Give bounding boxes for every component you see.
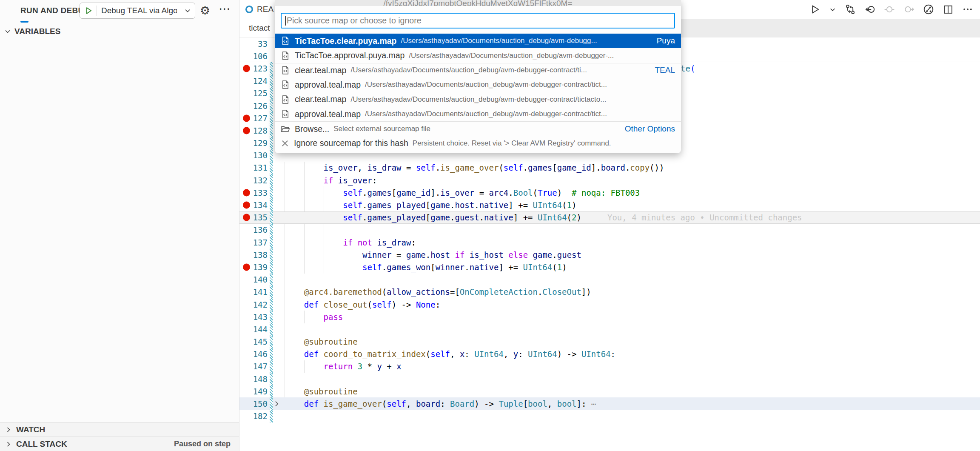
- code-line-139[interactable]: 139 self.games_won[winner.native] += UIn…: [239, 261, 980, 273]
- chevron-down-icon[interactable]: [829, 6, 836, 13]
- run-icon[interactable]: [809, 4, 820, 15]
- line-number[interactable]: 146: [239, 349, 268, 359]
- code-line-136[interactable]: 136: [239, 224, 980, 236]
- quick-pick-item[interactable]: approval.teal.map/Users/asthayadav/Docum…: [275, 107, 681, 121]
- code-text[interactable]: if is_over:: [273, 176, 377, 185]
- breakpoint-icon[interactable]: [243, 263, 250, 271]
- program-hash: /fvI5zgXjJdxI7pmobtOepkHduMyetXqW15FlFtk…: [383, 0, 572, 6]
- breakpoint-icon[interactable]: [243, 114, 250, 122]
- code-line-143[interactable]: 143 pass: [239, 311, 980, 323]
- code-text[interactable]: @subroutine: [273, 337, 358, 346]
- line-number[interactable]: 137: [239, 238, 268, 247]
- code-text[interactable]: winner = game.host if is_host else game.…: [273, 250, 581, 260]
- quick-pick-item[interactable]: approval.teal.map/Users/asthayadav/Docum…: [275, 77, 681, 92]
- gear-icon[interactable]: ⚙: [200, 3, 210, 19]
- line-number[interactable]: 131: [239, 163, 268, 172]
- code-line-145[interactable]: 145 @subroutine: [239, 336, 980, 348]
- code-line-137[interactable]: 137 if not is_draw:: [239, 236, 980, 248]
- switch-icon[interactable]: [845, 4, 856, 15]
- other-options-link[interactable]: Other Options: [625, 124, 675, 134]
- code-line-135[interactable]: 135 self.games_played[game.guest.native]…: [239, 211, 980, 224]
- quick-pick-item[interactable]: Ignore sourcemap for this hashPersistent…: [275, 136, 681, 151]
- code-text[interactable]: is_over, is_draw = self.is_game_over(sel…: [273, 163, 664, 172]
- code-line-147[interactable]: 147 return 3 * y + x: [239, 360, 980, 373]
- code-text[interactable]: self.games[game_id].is_over = arc4.Bool(…: [273, 188, 640, 197]
- code-line-138[interactable]: 138 winner = game.host if is_host else g…: [239, 248, 980, 261]
- line-number[interactable]: 145: [239, 337, 268, 346]
- more-actions-icon[interactable]: ⋯: [219, 1, 231, 17]
- code-text[interactable]: self.games_played[game.host.native] += U…: [273, 200, 577, 210]
- code-line-144[interactable]: 144: [239, 323, 980, 335]
- line-number[interactable]: 140: [239, 275, 268, 284]
- quick-pick-item[interactable]: clear.teal.map/Users/asthayadav/Document…: [275, 92, 681, 107]
- more-icon[interactable]: [962, 4, 973, 15]
- code-line-142[interactable]: 142 def close_out(self) -> None:: [239, 298, 980, 311]
- line-number[interactable]: 141: [239, 287, 268, 297]
- code-line-148[interactable]: 148: [239, 373, 980, 385]
- circle-forward-icon[interactable]: [903, 4, 914, 15]
- line-number[interactable]: 148: [239, 374, 268, 384]
- code-line-140[interactable]: 140: [239, 274, 980, 286]
- line-number[interactable]: 126: [239, 101, 268, 111]
- breakpoint-icon[interactable]: [243, 127, 250, 134]
- watch-section-header[interactable]: WATCH: [0, 422, 239, 437]
- code-line-182[interactable]: 182: [239, 410, 980, 422]
- code-text[interactable]: def coord_to_matrix_index(self, x: UInt6…: [273, 349, 615, 359]
- code-text[interactable]: def is_game_over(self, board: Board) -> …: [273, 399, 596, 408]
- breakpoint-icon[interactable]: [243, 65, 250, 72]
- line-number[interactable]: 106: [239, 51, 268, 61]
- breakpoint-icon[interactable]: [243, 202, 250, 209]
- quick-pick-item[interactable]: TicTacToe.clear.puya.map/Users/asthayada…: [275, 34, 681, 48]
- text-caret: [285, 16, 286, 26]
- graph-icon[interactable]: [923, 4, 934, 15]
- fold-chevron-icon[interactable]: [273, 400, 280, 408]
- line-number[interactable]: 149: [239, 387, 268, 396]
- code-text[interactable]: def close_out(self) -> None:: [273, 300, 440, 309]
- code-text[interactable]: return 3 * y + x: [273, 362, 402, 371]
- start-debugging-button[interactable]: [84, 6, 93, 15]
- code-line-132[interactable]: 132 if is_over:: [239, 174, 980, 186]
- step-back-icon[interactable]: [864, 4, 875, 15]
- split-editor-icon[interactable]: [943, 4, 954, 15]
- code-text[interactable]: if not is_draw:: [273, 238, 416, 247]
- quick-pick-input[interactable]: [281, 13, 675, 29]
- line-number[interactable]: 182: [239, 411, 268, 421]
- item-badge: TEAL: [655, 66, 675, 75]
- code-text[interactable]: self.games_played[game.guest.native] += …: [273, 213, 802, 222]
- breakpoint-icon[interactable]: [243, 189, 250, 196]
- line-number[interactable]: 125: [239, 88, 268, 98]
- line-number[interactable]: 150: [239, 399, 268, 408]
- line-number[interactable]: 124: [239, 76, 268, 86]
- debug-config-picker[interactable]: Debug TEAL via AlgoKi: [80, 3, 195, 19]
- quick-pick-item[interactable]: Browse...Select external sourcemap fileO…: [275, 121, 681, 136]
- chevron-down-icon[interactable]: [184, 7, 191, 14]
- code-line-149[interactable]: 149 @subroutine: [239, 385, 980, 397]
- quick-pick-item[interactable]: clear.teal.map/Users/asthayadav/Document…: [275, 63, 681, 77]
- circle-icon[interactable]: [884, 4, 895, 15]
- line-number[interactable]: 136: [239, 225, 268, 234]
- code-line-131[interactable]: 131 is_over, is_draw = self.is_game_over…: [239, 162, 980, 174]
- line-number[interactable]: 138: [239, 250, 268, 260]
- line-number[interactable]: 142: [239, 300, 268, 309]
- code-text[interactable]: @subroutine: [273, 387, 358, 396]
- code-line-134[interactable]: 134 self.games_played[game.host.native] …: [239, 199, 980, 211]
- line-number[interactable]: 129: [239, 138, 268, 148]
- code-line-133[interactable]: 133 self.games[game_id].is_over = arc4.B…: [239, 186, 980, 199]
- line-number[interactable]: 147: [239, 362, 268, 371]
- line-number[interactable]: 33: [239, 39, 268, 49]
- line-number[interactable]: 144: [239, 325, 268, 334]
- quick-pick-item[interactable]: TicTacToe.approval.puya.map/Users/asthay…: [275, 48, 681, 63]
- code-line-146[interactable]: 146 def coord_to_matrix_index(self, x: U…: [239, 348, 980, 360]
- code-text[interactable]: self.games_won[winner.native] += UInt64(…: [273, 263, 567, 272]
- call-stack-section-header[interactable]: CALL STACK Paused on step: [0, 437, 239, 451]
- code-text[interactable]: pass: [273, 312, 343, 322]
- line-number[interactable]: 132: [239, 176, 268, 185]
- breakpoint-icon[interactable]: [243, 214, 250, 221]
- line-number[interactable]: 143: [239, 312, 268, 322]
- folder-opened-icon: [281, 124, 290, 134]
- line-number[interactable]: 130: [239, 151, 268, 160]
- code-text[interactable]: @arc4.baremethod(allow_actions=[OnComple…: [273, 287, 591, 297]
- code-line-150[interactable]: 150 def is_game_over(self, board: Board)…: [239, 397, 980, 410]
- code-line-141[interactable]: 141 @arc4.baremethod(allow_actions=[OnCo…: [239, 286, 980, 298]
- variables-section-header[interactable]: VARIABLES: [0, 25, 239, 38]
